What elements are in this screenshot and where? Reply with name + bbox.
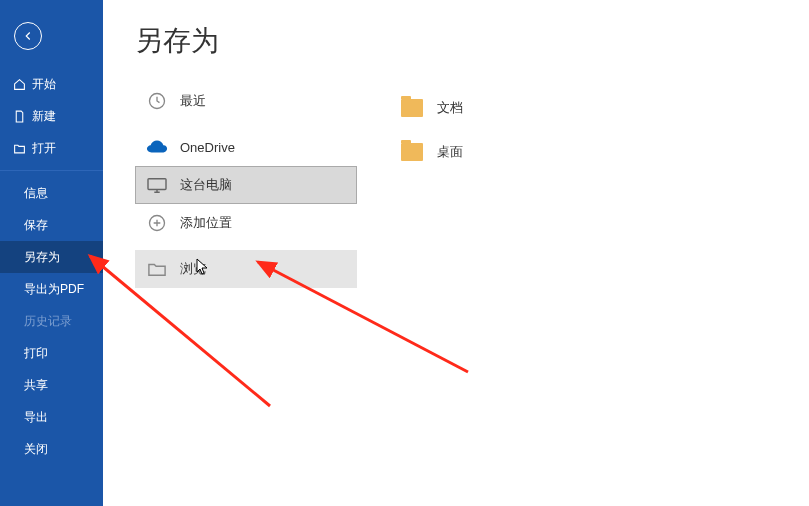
location-onedrive[interactable]: OneDrive xyxy=(135,128,357,166)
svg-rect-1 xyxy=(148,179,166,190)
folder-icon xyxy=(401,143,423,161)
nav-history: 历史记录 xyxy=(0,305,103,337)
location-add-place[interactable]: 添加位置 xyxy=(135,204,357,242)
nav-export-pdf[interactable]: 导出为PDF xyxy=(0,273,103,305)
nav-label: 打印 xyxy=(24,345,48,362)
location-label: 这台电脑 xyxy=(180,176,232,194)
nav-close[interactable]: 关闭 xyxy=(0,433,103,465)
pc-icon xyxy=(146,174,168,196)
back-arrow-icon xyxy=(21,29,35,43)
nav-label: 共享 xyxy=(24,377,48,394)
folder-label: 文档 xyxy=(437,99,463,117)
nav-save-as[interactable]: 另存为 xyxy=(0,241,103,273)
page-title: 另存为 xyxy=(135,22,809,60)
main-panel: 另存为 最近 OneDrive 这台电脑 添加位置 浏览 xyxy=(103,0,809,506)
location-label: OneDrive xyxy=(180,140,235,155)
folder-label: 桌面 xyxy=(437,143,463,161)
nav-label: 另存为 xyxy=(24,249,60,266)
folder-icon xyxy=(146,258,168,280)
sidebar-separator xyxy=(0,170,103,171)
nav-label: 信息 xyxy=(24,185,48,202)
location-label: 浏览 xyxy=(180,260,206,278)
back-button[interactable] xyxy=(14,22,42,50)
nav-label: 打开 xyxy=(32,140,56,157)
nav-label: 保存 xyxy=(24,217,48,234)
nav-label: 关闭 xyxy=(24,441,48,458)
nav-new[interactable]: 新建 xyxy=(0,100,103,132)
clock-icon xyxy=(146,90,168,112)
location-label: 添加位置 xyxy=(180,214,232,232)
open-icon xyxy=(12,141,26,155)
location-this-pc[interactable]: 这台电脑 xyxy=(135,166,357,204)
folder-icon xyxy=(401,99,423,117)
backstage-sidebar: 开始 新建 打开 信息 保存 另存为 导出为PDF 历史记录 打印 共享 导出 … xyxy=(0,0,103,506)
location-label: 最近 xyxy=(180,92,206,110)
location-browse[interactable]: 浏览 xyxy=(135,250,357,288)
folder-desktop[interactable]: 桌面 xyxy=(393,130,809,174)
folder-documents[interactable]: 文档 xyxy=(393,86,809,130)
nav-label: 开始 xyxy=(32,76,56,93)
plus-icon xyxy=(146,212,168,234)
nav-export[interactable]: 导出 xyxy=(0,401,103,433)
folder-list: 文档 桌面 xyxy=(393,82,809,288)
sidebar-top-group: 开始 新建 打开 xyxy=(0,68,103,164)
nav-share[interactable]: 共享 xyxy=(0,369,103,401)
location-recent[interactable]: 最近 xyxy=(135,82,357,120)
nav-print[interactable]: 打印 xyxy=(0,337,103,369)
nav-open[interactable]: 打开 xyxy=(0,132,103,164)
sidebar-bottom-group: 信息 保存 另存为 导出为PDF 历史记录 打印 共享 导出 关闭 xyxy=(0,177,103,465)
nav-info[interactable]: 信息 xyxy=(0,177,103,209)
nav-save[interactable]: 保存 xyxy=(0,209,103,241)
nav-label: 导出为PDF xyxy=(24,281,84,298)
file-icon xyxy=(12,109,26,123)
nav-home[interactable]: 开始 xyxy=(0,68,103,100)
nav-label: 新建 xyxy=(32,108,56,125)
onedrive-icon xyxy=(146,136,168,158)
nav-label: 历史记录 xyxy=(24,313,72,330)
location-list: 最近 OneDrive 这台电脑 添加位置 浏览 xyxy=(135,82,357,288)
nav-label: 导出 xyxy=(24,409,48,426)
home-icon xyxy=(12,77,26,91)
